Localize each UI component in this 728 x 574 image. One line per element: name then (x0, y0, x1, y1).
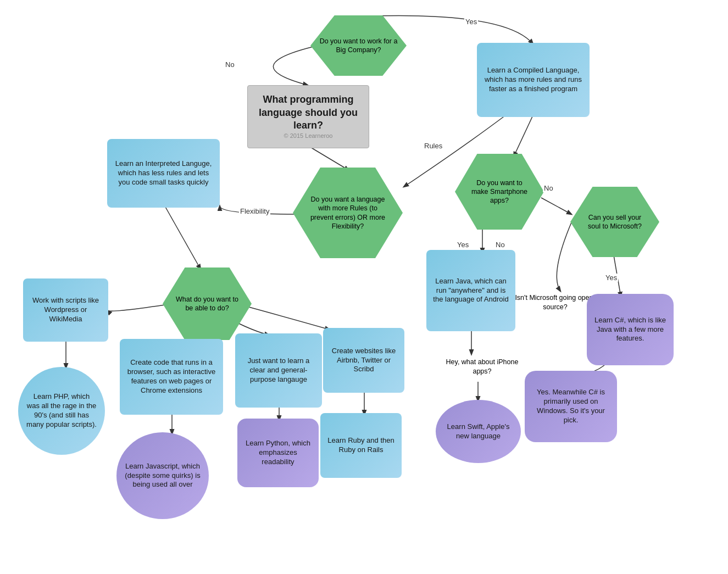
node-clear-language: Just want to learn a clear and general-p… (235, 333, 322, 408)
node-browser-code-label: Create code that runs in a browser, such… (125, 358, 218, 395)
node-ruby: Learn Ruby and then Ruby on Rails (320, 413, 402, 478)
edge-label-no-smartphone: No (543, 184, 554, 192)
edge-label-yes-compiled: Yes (464, 18, 478, 26)
node-iphone-label: Hey, what about iPhone apps? (440, 358, 525, 376)
node-main-question-title: What programming language should you lea… (248, 93, 369, 132)
node-csharp-label: Learn C#, which is like Java with a few … (592, 316, 668, 344)
node-javascript: Learn Javascript, which (despite some qu… (116, 432, 209, 519)
node-iphone-text: Hey, what about iPhone apps? (440, 352, 525, 382)
node-swift-label: Learn Swift, Apple's new language (441, 422, 515, 441)
node-clear-language-label: Just want to learn a clear and general-p… (241, 356, 316, 384)
edge-label-yes-java: Yes (456, 241, 470, 249)
node-rules-or-flex-label: Do you want a language with more Rules (… (309, 195, 386, 231)
node-ruby-label: Learn Ruby and then Ruby on Rails (326, 436, 396, 455)
edge-label-rules: Rules (423, 142, 443, 150)
node-main-question: What programming language should you lea… (247, 85, 369, 148)
node-python: Learn Python, which emphasizes readabili… (237, 419, 319, 487)
node-browser-code: Create code that runs in a browser, such… (120, 339, 223, 415)
node-big-company-label: Do you want to work for a Big Company? (319, 37, 398, 55)
node-scripts-label: Work with scripts like Wordpress or Wiki… (29, 296, 103, 324)
node-compiled: Learn a Compiled Language, which has mor… (477, 43, 590, 117)
node-java-label: Learn Java, which can run "anywhere" and… (432, 277, 510, 305)
node-interpreted: Learn an Interpreted Languge, which has … (107, 139, 220, 208)
node-ms-pick: Yes. Meanwhile C# is primarily used on W… (525, 371, 617, 442)
edge-label-no-java: No (494, 241, 506, 249)
node-smartphone-label: Do you want to make Smartphone apps? (469, 179, 530, 205)
node-csharp: Learn C#, which is like Java with a few … (587, 294, 674, 365)
node-websites-label: Create websites like Airbnb, Twitter or … (329, 347, 399, 375)
node-java: Learn Java, which can run "anywhere" and… (426, 250, 515, 331)
node-python-label: Learn Python, which emphasizes readabili… (243, 439, 313, 467)
node-sell-soul-label: Can you sell your soul to Microsoft? (584, 213, 646, 231)
flowchart-container: Do you want to work for a Big Company? Y… (0, 0, 728, 574)
node-websites: Create websites like Airbnb, Twitter or … (323, 328, 404, 393)
node-swift: Learn Swift, Apple's new language (436, 400, 521, 463)
node-interpreted-label: Learn an Interpreted Languge, which has … (113, 159, 214, 187)
node-what-to-do-label: What do you want to be able to do? (175, 295, 240, 313)
node-php: Learn PHP, which was all the rage in the… (18, 367, 105, 455)
node-javascript-label: Learn Javascript, which (despite some qu… (125, 462, 201, 490)
node-ms-pick-label: Yes. Meanwhile C# is primarily used on W… (530, 388, 612, 425)
node-compiled-label: Learn a Compiled Language, which has mor… (482, 66, 584, 94)
node-php-label: Learn PHP, which was all the rage in the… (26, 392, 97, 430)
node-scripts: Work with scripts like Wordpress or Wiki… (23, 278, 108, 342)
edge-label-no-interpreted: No (224, 60, 236, 69)
edge-label-flexibility: Flexibility (239, 207, 270, 215)
edge-label-yes-csharp: Yes (604, 274, 618, 282)
node-copyright: © 2015 Learneroo (284, 132, 333, 140)
